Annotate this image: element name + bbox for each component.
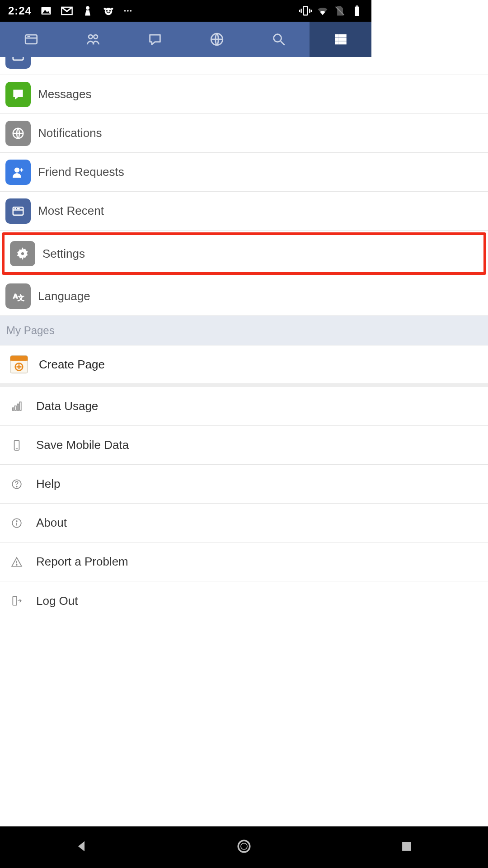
svg-rect-55 — [17, 404, 19, 410]
svg-point-36 — [15, 168, 19, 172]
svg-line-26 — [281, 41, 285, 45]
help-icon — [10, 477, 23, 491]
menu-label: Friend Requests — [38, 165, 124, 179]
gear-icon — [10, 241, 35, 266]
menu-item-data-usage[interactable]: Data Usage — [0, 387, 371, 426]
menu-item-settings[interactable]: Settings — [5, 235, 371, 272]
svg-point-23 — [94, 35, 98, 39]
svg-rect-49 — [10, 359, 28, 361]
svg-point-3 — [105, 8, 112, 15]
svg-point-6 — [111, 8, 113, 10]
tab-notifications[interactable] — [186, 22, 248, 57]
svg-point-60 — [16, 486, 17, 487]
status-left: 2:24 — [8, 5, 133, 17]
image-icon — [40, 5, 52, 17]
svg-point-44 — [21, 252, 24, 255]
tab-menu[interactable] — [310, 22, 371, 57]
gmail-icon — [61, 5, 73, 17]
svg-rect-28 — [338, 35, 346, 37]
chess-piece-icon — [81, 5, 94, 17]
menu-label: Data Usage — [36, 399, 98, 413]
logout-icon — [10, 594, 23, 608]
battery-icon — [351, 5, 363, 17]
tab-feed[interactable] — [0, 22, 62, 57]
svg-rect-56 — [20, 402, 21, 410]
menu-item-about[interactable]: About — [0, 504, 371, 542]
add-friend-icon — [5, 160, 31, 185]
menu-item-most-recent[interactable]: Most Recent — [0, 192, 371, 231]
create-page-label: Create Page — [39, 358, 105, 372]
svg-rect-66 — [13, 596, 17, 605]
svg-rect-30 — [338, 38, 346, 40]
menu-item-language[interactable]: A文 Language — [0, 277, 371, 316]
vibrate-icon — [299, 5, 312, 17]
svg-point-63 — [16, 520, 17, 521]
feed-icon — [5, 57, 31, 69]
svg-rect-33 — [13, 57, 23, 60]
menu-label: Messages — [38, 87, 92, 101]
warning-icon — [10, 555, 23, 569]
menu-label: About — [36, 516, 67, 530]
svg-rect-29 — [335, 38, 337, 40]
svg-rect-32 — [338, 42, 346, 44]
svg-rect-11 — [303, 7, 307, 15]
info-icon — [10, 516, 23, 530]
menu-item-notifications[interactable]: Notifications — [0, 114, 371, 153]
menu-panel: News Feed Messages Notifications Friend … — [0, 57, 371, 660]
svg-point-4 — [106, 10, 108, 12]
recent-icon — [5, 198, 31, 224]
svg-rect-18 — [356, 5, 358, 6]
svg-point-10 — [130, 10, 132, 12]
menu-item-log-out[interactable]: Log Out — [0, 581, 371, 620]
menu-item-help[interactable]: Help — [0, 465, 371, 504]
phone-icon — [10, 439, 23, 452]
menu-item-friend-requests[interactable]: Friend Requests — [0, 153, 371, 192]
svg-rect-17 — [355, 7, 359, 16]
tab-friends[interactable] — [62, 22, 124, 57]
svg-point-8 — [124, 10, 126, 12]
svg-rect-19 — [25, 35, 37, 44]
svg-text:文: 文 — [18, 294, 24, 302]
menu-label: Notifications — [38, 126, 102, 140]
svg-rect-31 — [335, 42, 337, 44]
no-sim-icon — [333, 5, 346, 17]
menu-item-news-feed[interactable]: News Feed — [0, 57, 371, 75]
menu-item-report-problem[interactable]: Report a Problem — [0, 542, 371, 581]
create-page-icon — [8, 354, 30, 375]
fb-tab-bar — [0, 22, 371, 57]
menu-item-messages[interactable]: Messages — [0, 75, 371, 114]
tab-messages[interactable] — [124, 22, 186, 57]
svg-rect-27 — [335, 35, 337, 37]
menu-item-create-page[interactable]: Create Page — [0, 345, 371, 384]
menu-label: Language — [38, 289, 90, 303]
chat-icon — [5, 82, 31, 107]
more-icon — [123, 5, 133, 17]
status-time: 2:24 — [8, 5, 32, 17]
menu-label: Log Out — [36, 594, 78, 608]
menu-label: Save Mobile Data — [36, 438, 129, 452]
svg-point-41 — [15, 208, 16, 209]
svg-point-5 — [109, 10, 111, 12]
svg-point-22 — [89, 35, 93, 39]
highlight-annotation: Settings — [2, 232, 371, 275]
menu-label: Report a Problem — [36, 555, 128, 569]
menu-label: News Feed — [38, 57, 98, 57]
menu-item-save-mobile-data[interactable]: Save Mobile Data — [0, 426, 371, 465]
svg-point-65 — [16, 564, 17, 565]
status-bar: 2:24 — [0, 0, 371, 22]
svg-rect-54 — [15, 406, 16, 410]
bars-icon — [10, 400, 23, 413]
tab-search[interactable] — [248, 22, 310, 57]
menu-label: Settings — [42, 247, 85, 261]
status-right — [299, 5, 363, 17]
svg-rect-53 — [12, 408, 14, 410]
globe-icon — [5, 121, 31, 146]
svg-point-25 — [273, 34, 281, 42]
wifi-icon — [316, 5, 329, 17]
translate-icon: A文 — [5, 283, 31, 309]
svg-point-9 — [127, 10, 129, 12]
svg-point-7 — [104, 8, 106, 10]
section-header-my-pages: My Pages — [0, 316, 371, 345]
menu-label: Help — [36, 477, 60, 491]
reddit-icon — [102, 5, 115, 17]
